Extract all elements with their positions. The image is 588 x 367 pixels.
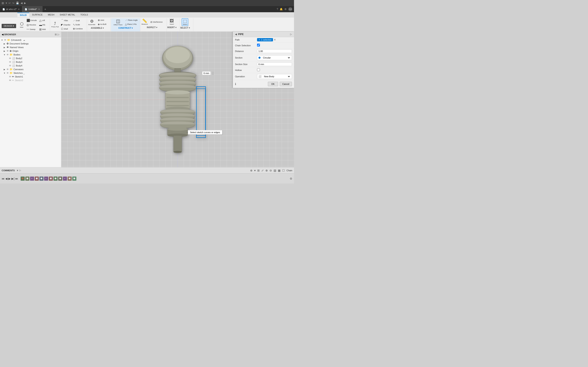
- display-mode-icon[interactable]: ▦: [278, 169, 281, 172]
- tree-item-root[interactable]: ▼ 👁 📁 (Unsaved) ☁: [0, 38, 61, 42]
- expand-bodies[interactable]: ▼: [3, 53, 6, 56]
- eye-icon-body4[interactable]: 👁: [9, 64, 11, 67]
- tree-item-sketch3[interactable]: 👁 ✏ Sketch3: [0, 78, 61, 82]
- tree-item-doc-settings[interactable]: ▶ ⚙ Document Settings: [0, 42, 61, 45]
- timeline-marker-0[interactable]: 🟫: [21, 176, 25, 181]
- hollow-checkbox[interactable]: [257, 68, 260, 71]
- notification-icon[interactable]: 🔔: [280, 8, 283, 11]
- timeline-settings-icon[interactable]: ⚙: [290, 177, 292, 180]
- expand-sketch3[interactable]: [6, 79, 8, 82]
- expand-body3[interactable]: [6, 61, 8, 63]
- eye-icon-bodies[interactable]: 👁: [7, 53, 9, 56]
- timeline-marker-5[interactable]: ✏: [44, 176, 48, 181]
- combine-btn[interactable]: ⊕ Combine: [72, 27, 84, 31]
- timeline-skip-start[interactable]: ⏮: [2, 177, 4, 180]
- eye-icon-sketch3[interactable]: 👁: [9, 79, 11, 82]
- expand-root[interactable]: ▼: [1, 39, 3, 41]
- select-btn[interactable]: ⬚ Select: [182, 18, 188, 26]
- dimension-menu[interactable]: ⋮: [211, 71, 215, 75]
- assemble-btn[interactable]: ⚙ Assemble: [87, 19, 96, 26]
- zoom-fit-icon[interactable]: ⤢: [261, 169, 264, 172]
- operation-select[interactable]: New Body Join Cut Intersect: [262, 75, 291, 78]
- extrude-btn[interactable]: ⬛ Extrude: [26, 18, 38, 22]
- ribbon-tab-tools[interactable]: TOOLS: [78, 13, 90, 17]
- timeline-marker-4[interactable]: ⬜: [39, 176, 43, 181]
- inspect-group-label[interactable]: INSPECT ▾: [147, 26, 157, 29]
- timeline-marker-9[interactable]: ✏: [63, 176, 67, 181]
- ribbon-tab-surface[interactable]: SURFACE: [30, 13, 45, 17]
- tree-item-bodies[interactable]: ▼ 👁 📁 Bodies: [0, 53, 61, 57]
- draft-btn[interactable]: ⟋ Draft: [72, 19, 84, 22]
- menu-icon[interactable]: ▾: [6, 2, 7, 4]
- offset-plane-btn[interactable]: ◫ Offset Plane: [113, 18, 123, 26]
- grid-icon[interactable]: ⊞: [2, 1, 4, 5]
- rib-btn[interactable]: ▬ Rib: [38, 23, 47, 27]
- plane-three-pts-btn[interactable]: △ Plane 3 Pts: [124, 22, 138, 26]
- browser-filter[interactable]: ⊞: [55, 33, 57, 36]
- eye-icon-body3[interactable]: 👁: [9, 61, 11, 63]
- tab-drwho[interactable]: 📄 dr who v2* ✕: [0, 6, 22, 12]
- browser-expand[interactable]: ▷: [58, 33, 60, 36]
- info-icon[interactable]: ℹ: [235, 82, 236, 86]
- undo-icon[interactable]: ↩: [9, 2, 11, 4]
- asbuilt-btn[interactable]: ◈ As-Built: [97, 22, 107, 26]
- camera-preset-icon[interactable]: ⊕: [250, 169, 252, 172]
- timeline-marker-3[interactable]: ⬜: [35, 176, 39, 181]
- history-forward[interactable]: ▶: [24, 2, 26, 4]
- construct-group-label[interactable]: CONSTRUCT ▾: [118, 27, 133, 29]
- tree-item-origin[interactable]: ▶ 👁 ⊕ Origin: [0, 49, 61, 53]
- cancel-button[interactable]: Cancel: [280, 82, 292, 86]
- comments-expand[interactable]: ▷: [19, 169, 21, 172]
- loft-btn[interactable]: △ Loft: [38, 18, 47, 22]
- expand-sketches[interactable]: ▼: [3, 72, 6, 74]
- ribbon-tab-mesh[interactable]: MESH: [45, 13, 57, 17]
- select-group-label[interactable]: SELECT ▾: [180, 27, 190, 29]
- timeline-next[interactable]: ▶|: [11, 177, 15, 180]
- tab-add-button[interactable]: +: [43, 8, 48, 11]
- help-icon[interactable]: ?: [277, 8, 278, 11]
- sweep-btn[interactable]: 〰 Sweep: [26, 27, 38, 31]
- eye-icon-origin[interactable]: 👁: [7, 50, 9, 52]
- expand-sketch1[interactable]: [6, 75, 8, 78]
- ribbon-tab-solid[interactable]: SOLID: [17, 13, 29, 17]
- eye-icon-sketches[interactable]: 👁: [7, 72, 9, 74]
- timeline-prev[interactable]: ◀: [5, 177, 8, 180]
- tree-item-body4[interactable]: 👁 ⬜ Body4: [0, 64, 61, 67]
- insert-group-label[interactable]: INSERT ▾: [167, 26, 176, 29]
- timeline-marker-7[interactable]: ⬜: [53, 176, 58, 181]
- browser-collapse[interactable]: ◀: [2, 33, 3, 36]
- timeline-marker-8[interactable]: ⬜: [58, 176, 62, 181]
- section-select[interactable]: Circular Square Rectangular: [261, 56, 291, 59]
- environment-icon[interactable]: ☐: [282, 169, 285, 172]
- save-icon[interactable]: 💾: [16, 2, 19, 4]
- create-component-btn[interactable]: ⬡ New: [18, 21, 25, 29]
- web-btn[interactable]: ⊞ Web: [38, 27, 47, 31]
- measure-btn[interactable]: 📏 Measure: [141, 18, 149, 25]
- expand-body4[interactable]: [6, 64, 8, 67]
- path-clear-button[interactable]: ✕: [274, 38, 276, 41]
- chamfer-btn[interactable]: ◤ Chamfer: [60, 23, 71, 27]
- scale-btn[interactable]: ⤡ Scale: [72, 23, 84, 26]
- tree-item-body2[interactable]: 👁 ⬜ Body2: [0, 57, 61, 60]
- design-button[interactable]: DESIGN ▾: [2, 24, 16, 28]
- tab-close-drwho[interactable]: ✕: [18, 8, 20, 10]
- revolve-btn[interactable]: ◎ Revolve: [26, 23, 38, 27]
- expand-named-views[interactable]: ▶: [3, 46, 6, 49]
- eye-icon-root[interactable]: 👁: [4, 39, 6, 41]
- comments-collapse[interactable]: ▼: [16, 169, 18, 172]
- insert-btn[interactable]: 🖼 Insert: [168, 18, 175, 25]
- press-pull-btn[interactable]: ⤴ Press Pull: [51, 21, 60, 28]
- chain-selection-checkbox[interactable]: [257, 44, 260, 47]
- assemble-group-label[interactable]: ASSEMBLE ▾: [91, 27, 104, 29]
- grid-toggle-icon[interactable]: ⊞: [257, 169, 260, 172]
- timeline-skip-end[interactable]: ⏭: [15, 177, 18, 180]
- fillet-btn[interactable]: ⌒ Fillet: [60, 18, 71, 23]
- settings-icon[interactable]: ⚙: [285, 8, 287, 11]
- timeline-marker-11[interactable]: ⬜: [72, 176, 76, 181]
- eye-icon-sketch1[interactable]: 👁: [9, 75, 11, 78]
- tree-item-named-views[interactable]: ▶ 👁 Named Views: [0, 45, 61, 49]
- zoom-out-icon[interactable]: ⊖: [269, 169, 272, 172]
- tree-item-sketch1[interactable]: 👁 ✏ Sketch1: [0, 75, 61, 78]
- redo-icon[interactable]: ↪: [12, 2, 14, 4]
- distance-input[interactable]: [257, 49, 292, 53]
